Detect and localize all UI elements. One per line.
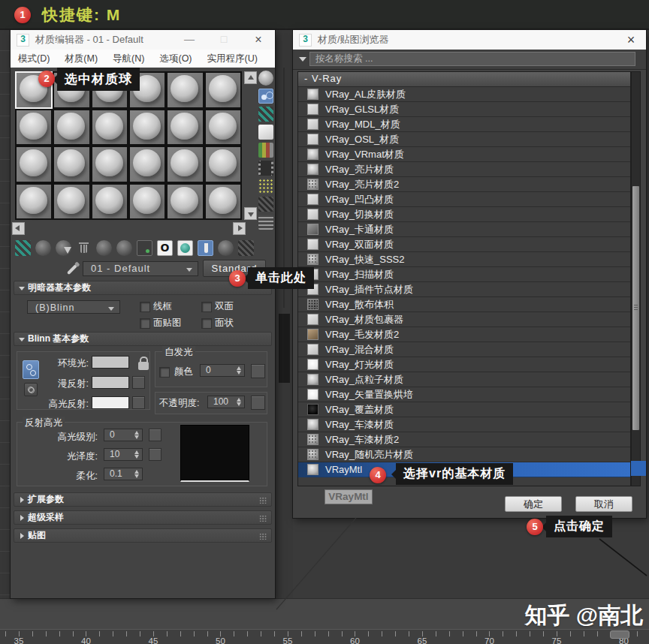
drag-handle-icon[interactable] [259,497,267,504]
material-map-navigator-icon[interactable] [258,215,273,230]
menu-item-mode[interactable]: 模式(D) [18,53,50,65]
search-input[interactable]: 按名称搜索 ... [309,52,635,66]
opacity-map-button[interactable] [251,396,265,410]
opacity-spinner[interactable]: 100 [207,396,245,408]
material-sample-slot[interactable] [53,183,90,221]
material-list-item[interactable]: VRay_VRmat材质 [298,147,630,162]
material-sample-slot[interactable] [166,71,204,109]
material-list-item[interactable]: VRay_亮片材质 [298,162,630,177]
material-list-item[interactable]: VRay_快速_SSS2 [298,252,630,267]
lock-diffuse-specular-button[interactable] [24,383,38,396]
material-list-item[interactable]: VRay_MDL_材质 [298,117,630,132]
go-to-parent-icon[interactable] [218,240,234,256]
material-sample-slot[interactable] [15,109,53,146]
material-id-channel-icon[interactable] [157,240,173,256]
material-sample-slot[interactable] [128,183,166,221]
soften-spinner[interactable]: 0.1 [104,468,143,480]
material-list-item[interactable]: VRay_切换材质 [298,207,630,222]
palette-scroll-right-button[interactable] [233,222,246,235]
put-material-to-scene-icon[interactable] [35,240,51,256]
pick-material-eyedropper-icon[interactable] [67,264,77,275]
material-list-item[interactable]: VRay_AL皮肤材质 [298,87,630,102]
chevron-down-icon[interactable] [299,57,306,65]
show-end-result-icon[interactable] [198,240,213,256]
material-list-item[interactable]: VRay_GLSL材质 [298,102,630,117]
diffuse-map-button[interactable] [132,376,145,389]
material-sample-slot[interactable] [166,183,204,221]
make-material-copy-icon[interactable] [96,240,112,256]
material-name-dropdown[interactable]: 01 - Default [83,261,198,276]
material-sample-slot[interactable] [166,146,204,183]
material-group-header[interactable]: - V-Ray [298,72,630,87]
maximize-button[interactable]: □ [216,33,231,45]
material-sample-slot[interactable] [204,146,242,183]
rollout-supersampling[interactable]: 超级采样 [14,510,272,525]
timeline-handle[interactable] [610,630,629,639]
material-sample-slot[interactable] [91,146,128,183]
menu-item-utilities[interactable]: 实用程序(U) [207,53,258,65]
show-shaded-in-viewport-icon[interactable] [177,240,193,256]
ambient-color-swatch[interactable] [92,356,129,369]
shader-type-dropdown[interactable]: (B)Blinn [27,300,120,314]
material-list-item[interactable]: VRay_OSL_材质 [298,132,630,147]
specular-color-swatch[interactable] [92,396,129,409]
make-preview-icon[interactable] [258,161,273,176]
wire-checkbox[interactable] [140,302,150,312]
material-list-item[interactable]: VRay_材质包裹器 [298,312,630,327]
material-list-item[interactable]: VRay_毛发材质2 [298,327,630,342]
palette-scroll-up-button[interactable] [244,71,257,84]
material-list-item[interactable]: VRay_车漆材质 [298,417,630,432]
material-list-item[interactable]: VRay_灯光材质 [298,357,630,372]
select-by-material-icon[interactable] [258,197,273,212]
material-sample-slot[interactable] [204,183,242,221]
cancel-button[interactable]: 取消 [575,496,632,512]
material-list-item[interactable]: VRay_扫描材质 [298,267,630,282]
two-sided-checkbox[interactable] [201,302,212,312]
options-icon[interactable] [258,179,273,194]
specular-level-spinner[interactable]: 0 [104,429,143,441]
material-list-item[interactable]: VRay_混合材质 [298,342,630,357]
material-sample-slot[interactable] [91,109,128,146]
rollout-maps[interactable]: 贴图 [14,528,272,543]
material-list-item[interactable]: VRay_散布体积 [298,297,630,312]
sample-type-sphere-icon[interactable] [258,71,273,86]
reset-map-icon[interactable] [76,240,92,256]
close-icon[interactable]: × [251,33,266,47]
material-list-item[interactable]: VRay_覆盖材质 [298,402,630,417]
scrollbar-thumb[interactable] [632,186,639,430]
material-sample-slot[interactable] [166,109,204,146]
go-forward-to-sibling-icon[interactable] [238,240,254,256]
material-list-item[interactable]: VRay_凹凸材质 [298,192,630,207]
material-sample-slot[interactable] [53,146,90,183]
material-sample-slot[interactable] [128,146,166,183]
material-list-item[interactable]: VRay_双面材质 [298,237,630,252]
menu-item-material[interactable]: 材质(M) [65,53,98,65]
drag-handle-icon[interactable] [259,515,267,522]
specular-level-map-button[interactable] [149,429,161,441]
make-unique-icon[interactable] [116,240,132,256]
minimize-button[interactable]: — [182,33,197,45]
material-sample-slot[interactable] [91,183,128,221]
material-list-item[interactable]: VRay_插件节点材质 [298,282,630,297]
glossiness-spinner[interactable]: 10 [104,448,143,461]
self-illum-spinner[interactable]: 0 [200,364,245,377]
material-sample-slot[interactable] [204,109,242,146]
background-checker-icon[interactable] [258,107,273,122]
backlight-icon[interactable] [258,89,273,104]
close-icon[interactable]: × [623,32,638,48]
put-to-library-icon[interactable] [137,240,152,256]
material-sample-slot[interactable] [15,183,53,221]
self-illum-map-button[interactable] [251,364,265,378]
lock-icon[interactable] [138,362,149,370]
faceted-checkbox[interactable] [201,318,212,329]
menu-item-options[interactable]: 选项(O) [159,53,192,65]
video-color-check-icon[interactable] [258,143,273,158]
self-illum-color-checkbox[interactable] [159,367,170,378]
timeline-ruler[interactable]: 35404550556065707580 [0,629,649,644]
rollout-extended-params[interactable]: 扩展参数 [14,492,272,507]
rollout-blinn-basic-params[interactable]: Blinn 基本参数 [14,332,272,346]
material-list-item[interactable]: VRay_随机亮片材质 [298,447,630,462]
ok-button[interactable]: 确定 [505,496,562,512]
material-sample-slot[interactable] [204,71,242,109]
material-list-item[interactable]: VRay_点粒子材质 [298,372,630,387]
